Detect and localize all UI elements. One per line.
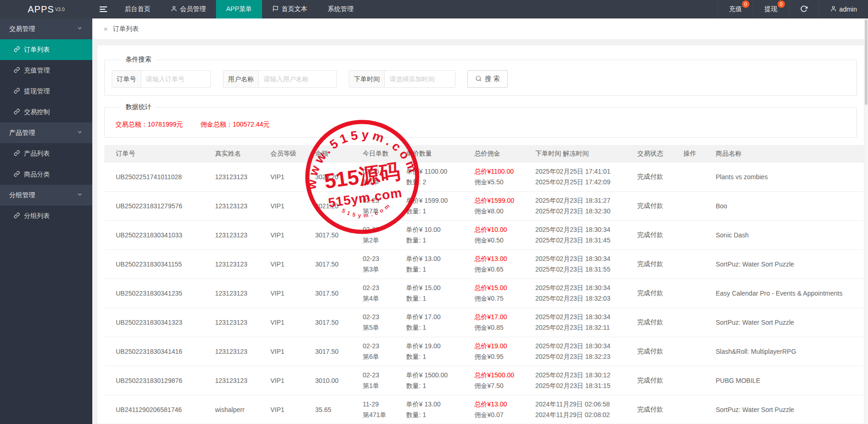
nav-item-members[interactable]: 会员管理 bbox=[161, 0, 216, 18]
col-header-total-commission: 总价佣金 bbox=[467, 145, 528, 163]
cell-status: 完成付款 bbox=[630, 250, 676, 279]
refresh-button[interactable] bbox=[789, 0, 819, 18]
sidebar-item-withdraw-mgmt[interactable]: 提现管理 bbox=[0, 81, 92, 102]
chevron-down-icon bbox=[77, 25, 83, 33]
recharge-badge: 0 bbox=[742, 0, 749, 8]
nav-item-home-text[interactable]: 首页文本 bbox=[262, 0, 317, 18]
order-no-group: 订单号 bbox=[112, 70, 211, 88]
main-area: » 订单列表 条件搜索 订单号 用户名称 bbox=[92, 18, 868, 424]
col-header-balance: 余额 bbox=[308, 145, 356, 163]
admin-username: admin bbox=[839, 6, 857, 13]
sidebar-item-recharge-mgmt[interactable]: 充值管理 bbox=[0, 60, 92, 81]
cell-unit-qty: 单价¥ 1500.00数量: 1 bbox=[399, 366, 467, 395]
cell-level: VIP1 bbox=[263, 163, 308, 192]
refresh-icon bbox=[800, 5, 808, 14]
admin-menu[interactable]: admin bbox=[819, 0, 868, 18]
cell-order-no: UB2502231830341323 bbox=[104, 308, 208, 337]
search-form: 订单号 用户名称 下单时间 搜 索 bbox=[112, 70, 850, 88]
link-icon bbox=[14, 88, 20, 95]
sidebar-item-label: 订单列表 bbox=[24, 46, 50, 54]
withdraw-label: 提现 bbox=[765, 5, 778, 13]
group-label: 分组管理 bbox=[9, 191, 35, 200]
cell-total-commission: 总价¥13.00佣金¥0.65 bbox=[467, 250, 528, 279]
table-header-row: 订单号 真实姓名 会员等级 余额 今日单数 单价数量 总价佣金 下单时间 解冻时… bbox=[104, 145, 864, 163]
search-button[interactable]: 搜 索 bbox=[467, 70, 508, 88]
cell-product: Easy Calendar Pro - Events & Appointment… bbox=[709, 279, 864, 308]
order-time-input[interactable] bbox=[385, 71, 455, 87]
cell-balance: 35.65 bbox=[308, 395, 356, 424]
withdraw-button[interactable]: 提现 0 bbox=[753, 0, 789, 18]
user-icon bbox=[171, 6, 177, 13]
cell-times: 2024年11月29日 02:06:582024年11月29日 02:08:02 bbox=[528, 395, 630, 424]
link-icon bbox=[14, 212, 20, 220]
sidebar-item-group-list[interactable]: 分组列表 bbox=[0, 206, 92, 226]
table-row: UB2502251741011028 123123123 VIP1 3029.2… bbox=[104, 163, 864, 192]
cell-balance: 3010.00 bbox=[308, 366, 356, 395]
username-input[interactable] bbox=[259, 71, 336, 87]
link-icon bbox=[14, 46, 20, 54]
sidebar-group-product[interactable]: 产品管理 bbox=[0, 122, 92, 143]
cell-status: 完成付款 bbox=[630, 221, 676, 250]
scrollbar-thumb[interactable] bbox=[865, 19, 868, 105]
cell-real-name: 123123123 bbox=[208, 250, 263, 279]
table-row: UB2502231830341323 123123123 VIP1 3017.5… bbox=[104, 308, 864, 337]
nav-item-app-menu[interactable]: APP菜单 bbox=[216, 0, 262, 18]
nav-label: 后台首页 bbox=[125, 5, 150, 13]
sidebar-item-product-list[interactable]: 产品列表 bbox=[0, 143, 92, 164]
col-header-action: 操作 bbox=[676, 145, 709, 163]
sidebar-item-label: 产品列表 bbox=[24, 150, 50, 158]
order-time-group: 下单时间 bbox=[349, 70, 455, 88]
recharge-button[interactable]: 充值 0 bbox=[718, 0, 753, 18]
search-icon bbox=[475, 75, 482, 83]
cell-product: Boo bbox=[709, 192, 864, 221]
cell-order-no: UB2502231830341235 bbox=[104, 279, 208, 308]
cell-product: SortPuz: Water Sort Puzzle bbox=[709, 308, 864, 337]
cell-unit-qty: 单价¥ 19.00数量: 1 bbox=[399, 337, 467, 366]
cell-action bbox=[676, 163, 709, 192]
sidebar-item-order-list[interactable]: 订单列表 bbox=[0, 39, 92, 60]
sidebar: 交易管理 订单列表 充值管理 提现管理 交易控制 产品管理 产品列表 bbox=[0, 18, 92, 424]
sidebar-group-trade[interactable]: 交易管理 bbox=[0, 18, 92, 39]
order-no-input[interactable] bbox=[141, 71, 210, 87]
stats-fieldset: 数据统计 交易总额：10781999元 佣金总额：100572.44元 bbox=[104, 103, 857, 138]
cell-total-commission: 总价¥1500.00佣金¥7.50 bbox=[467, 366, 528, 395]
cell-balance: 3017.50 bbox=[308, 250, 356, 279]
cell-action bbox=[676, 337, 709, 366]
cell-action bbox=[676, 279, 709, 308]
link-icon bbox=[14, 171, 20, 178]
cell-real-name: 123123123 bbox=[208, 279, 263, 308]
cell-product: SortPuz: Water Sort Puzzle bbox=[709, 395, 864, 424]
col-header-product: 商品名称 bbox=[709, 145, 864, 163]
transaction-total: 交易总额：10781999元 bbox=[115, 121, 183, 128]
cell-status: 完成付款 bbox=[630, 163, 676, 192]
cell-balance: 3029.20 bbox=[308, 163, 356, 192]
cell-order-no: UB2502231830341416 bbox=[104, 337, 208, 366]
col-header-times: 下单时间 解冻时间 bbox=[528, 145, 630, 163]
search-fieldset: 条件搜索 订单号 用户名称 下单时间 bbox=[104, 55, 857, 96]
cell-total-commission: 总价¥1100.00佣金¥5.50 bbox=[467, 163, 528, 192]
vertical-scrollbar bbox=[864, 18, 868, 424]
sidebar-item-trade-control[interactable]: 交易控制 bbox=[0, 102, 92, 122]
nav-item-dashboard[interactable]: 后台首页 bbox=[114, 0, 161, 18]
stats-line: 交易总额：10781999元 佣金总额：100572.44元 bbox=[112, 118, 850, 130]
nav-item-system[interactable]: 系统管理 bbox=[317, 0, 364, 18]
cell-today-orders: 11-29第471单 bbox=[356, 395, 399, 424]
cell-balance: 3017.50 bbox=[308, 337, 356, 366]
cell-status: 完成付款 bbox=[630, 337, 676, 366]
cell-product: Slash&Roll: MultiplayerRPG bbox=[709, 337, 864, 366]
nav-label: APP菜单 bbox=[226, 5, 252, 13]
cell-action bbox=[676, 308, 709, 337]
cell-product: Sonic Dash bbox=[709, 221, 864, 250]
table-row: UB2502231831279576 123123123 VIP1 3021.2… bbox=[104, 192, 864, 221]
link-icon bbox=[14, 109, 20, 116]
sidebar-group-grouping[interactable]: 分组管理 bbox=[0, 185, 92, 206]
table-row: UB2411290206581746 wishalperr VIP1 35.65… bbox=[104, 395, 864, 424]
cell-action bbox=[676, 250, 709, 279]
cell-real-name: 123123123 bbox=[208, 337, 263, 366]
menu-toggle-icon[interactable] bbox=[92, 0, 114, 18]
cell-balance: 3017.50 bbox=[308, 279, 356, 308]
nav-label: 会员管理 bbox=[180, 5, 206, 13]
cell-times: 2025年02月23日 18:30:342025年02月23日 18:31:55 bbox=[528, 250, 630, 279]
sidebar-item-goods-category[interactable]: 商品分类 bbox=[0, 164, 92, 185]
cell-total-commission: 总价¥1599.00佣金¥8.00 bbox=[467, 192, 528, 221]
